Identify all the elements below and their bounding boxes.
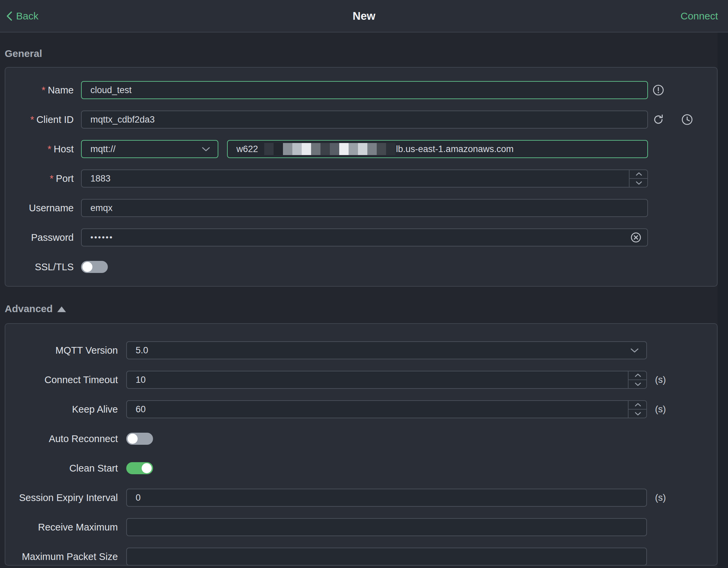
connection-form: General *Name *Client ID: [0, 32, 718, 568]
username-row: Username: [5, 199, 717, 217]
max-packet-size-label: Maximum Packet Size: [5, 551, 118, 562]
keep-alive-unit: (s): [655, 404, 666, 415]
clean-start-field: [126, 462, 153, 474]
session-expiry-unit: (s): [655, 492, 666, 503]
triangle-up-icon: [57, 306, 66, 312]
session-expiry-field: [126, 489, 647, 507]
clean-start-row: Clean Start: [5, 459, 717, 477]
receive-maximum-input[interactable]: [126, 518, 647, 536]
connect-timeout-unit: (s): [655, 374, 666, 385]
name-row: *Name: [5, 81, 717, 99]
back-label: Back: [16, 10, 39, 22]
chevron-down-icon: [636, 181, 642, 185]
auto-reconnect-toggle[interactable]: [126, 433, 153, 445]
general-card: *Name *Client ID: [5, 67, 718, 287]
keep-alive-decrement-button[interactable]: [629, 410, 647, 418]
protocol-select[interactable]: mqtt://: [81, 140, 218, 158]
auto-reconnect-label: Auto Reconnect: [5, 433, 118, 444]
required-marker: *: [42, 85, 45, 95]
keep-alive-row: Keep Alive (s): [5, 400, 717, 418]
session-expiry-input[interactable]: [126, 489, 647, 507]
port-increment-button[interactable]: [630, 169, 648, 179]
required-marker: *: [48, 144, 51, 154]
password-label: Password: [5, 232, 74, 243]
password-field: [81, 228, 648, 246]
mqtt-version-label: MQTT Version: [5, 345, 118, 356]
connect-timeout-row: Connect Timeout (s): [5, 371, 717, 389]
auto-reconnect-row: Auto Reconnect: [5, 430, 717, 448]
refresh-icon[interactable]: [653, 114, 664, 125]
protocol-field: mqtt://: [81, 140, 218, 158]
mqtt-version-select[interactable]: 5.0: [126, 341, 647, 359]
keep-alive-increment-button[interactable]: [629, 400, 647, 410]
port-label: *Port: [5, 173, 74, 184]
ssl-tls-field: [81, 261, 108, 273]
connect-timeout-increment-button[interactable]: [629, 371, 647, 380]
host-row: *Host mqtt:// w622 lb.us-east-1.amazonaw…: [5, 140, 717, 158]
name-icons: [653, 84, 664, 96]
username-label: Username: [5, 203, 74, 214]
circle-exclamation-icon: [653, 84, 664, 96]
clean-start-label: Clean Start: [5, 463, 118, 474]
top-bar: Back New Connect: [0, 0, 728, 32]
page-title: New: [353, 0, 375, 32]
username-field: [81, 199, 648, 217]
keep-alive-input[interactable]: [126, 400, 647, 418]
protocol-value: mqtt://: [90, 144, 116, 154]
client-id-row: *Client ID: [5, 111, 717, 129]
client-id-label: *Client ID: [5, 114, 74, 125]
chevron-down-icon: [202, 144, 210, 154]
port-decrement-button[interactable]: [630, 179, 648, 188]
clean-start-toggle[interactable]: [126, 462, 153, 474]
chevron-down-icon: [635, 412, 641, 416]
toggle-knob: [142, 463, 152, 473]
mqtt-version-field: 5.0: [126, 341, 647, 359]
name-field: [81, 81, 648, 99]
receive-maximum-row: Receive Maximum: [5, 518, 717, 536]
receive-maximum-label: Receive Maximum: [5, 522, 118, 533]
client-id-input[interactable]: [81, 111, 648, 129]
ssl-tls-toggle[interactable]: [81, 261, 108, 273]
port-row: *Port: [5, 169, 717, 188]
advanced-section-label: Advanced: [5, 303, 53, 314]
back-button[interactable]: Back: [6, 0, 39, 32]
connect-timeout-decrement-button[interactable]: [629, 380, 647, 389]
keep-alive-label: Keep Alive: [5, 404, 118, 415]
username-input[interactable]: [81, 199, 648, 217]
port-stepper: [629, 169, 648, 188]
session-expiry-row: Session Expiry Interval (s): [5, 489, 717, 507]
password-input[interactable]: [81, 228, 648, 246]
host-value-suffix: lb.us-east-1.amazonaws.com: [396, 144, 514, 154]
ssl-tls-label: SSL/TLS: [5, 262, 74, 273]
session-expiry-label: Session Expiry Interval: [5, 492, 118, 503]
name-input[interactable]: [81, 81, 648, 99]
toggle-knob: [82, 262, 92, 272]
password-row: Password: [5, 228, 717, 246]
connect-timeout-label: Connect Timeout: [5, 374, 118, 385]
advanced-section-title[interactable]: Advanced: [5, 303, 718, 314]
port-input[interactable]: [81, 169, 648, 188]
advanced-card: MQTT Version 5.0 Connect Timeout: [5, 323, 718, 566]
host-redacted-region: [264, 143, 395, 155]
host-label: *Host: [5, 144, 74, 155]
chevron-up-icon: [636, 172, 642, 176]
connect-button[interactable]: Connect: [680, 0, 718, 32]
host-field: w622 lb.us-east-1.amazonaws.com: [227, 140, 648, 158]
chevron-down-icon: [630, 345, 639, 356]
host-input[interactable]: w622 lb.us-east-1.amazonaws.com: [227, 140, 648, 158]
connect-timeout-input[interactable]: [126, 371, 647, 389]
connect-timeout-field: [126, 371, 647, 389]
mqtt-version-row: MQTT Version 5.0: [5, 341, 717, 359]
circle-close-icon[interactable]: [631, 232, 641, 243]
keep-alive-stepper: [628, 400, 647, 418]
clock-history-icon[interactable]: [681, 114, 693, 125]
host-value-prefix: w622: [236, 144, 258, 154]
mqtt-version-value: 5.0: [136, 345, 148, 356]
connect-timeout-stepper: [628, 371, 647, 389]
chevron-up-icon: [635, 403, 641, 407]
max-packet-size-input[interactable]: [126, 548, 647, 566]
required-marker: *: [50, 173, 54, 184]
keep-alive-field: [126, 400, 647, 418]
chevron-up-icon: [635, 373, 641, 377]
chevron-left-icon: [6, 11, 13, 21]
